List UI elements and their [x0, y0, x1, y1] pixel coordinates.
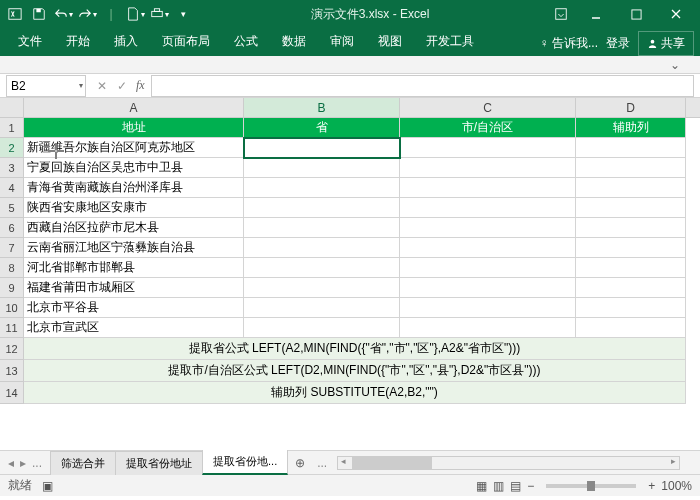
cell[interactable]	[400, 258, 576, 278]
cell[interactable]	[576, 278, 686, 298]
cell[interactable]	[400, 158, 576, 178]
cell[interactable]	[244, 318, 400, 338]
scroll-left-icon[interactable]: ◂	[341, 456, 346, 466]
formula-note-cell[interactable]: 辅助列 SUBSTITUTE(A2,B2,"")	[24, 382, 686, 404]
cell[interactable]	[576, 318, 686, 338]
col-header-D[interactable]: D	[576, 98, 686, 117]
view-pagebreak-icon[interactable]: ▤	[510, 479, 521, 493]
ribbon-options-icon[interactable]	[546, 0, 576, 28]
row-header[interactable]: 5	[0, 198, 23, 218]
minimize-icon[interactable]	[576, 0, 616, 28]
col-header-B[interactable]: B	[244, 98, 400, 117]
row-header[interactable]: 4	[0, 178, 23, 198]
cell[interactable]: 青海省黄南藏族自治州泽库县	[24, 178, 244, 198]
print-preview-icon[interactable]: ▾	[148, 3, 170, 25]
enter-formula-icon[interactable]: ✓	[114, 79, 130, 93]
cell[interactable]	[576, 218, 686, 238]
cell[interactable]	[576, 238, 686, 258]
scroll-right-icon[interactable]: ▸	[671, 456, 676, 466]
cell[interactable]	[576, 198, 686, 218]
tab-review[interactable]: 审阅	[318, 27, 366, 56]
cell[interactable]	[244, 258, 400, 278]
cell[interactable]	[576, 178, 686, 198]
cell[interactable]: 市/自治区	[400, 118, 576, 138]
select-all-corner[interactable]	[0, 98, 24, 118]
zoom-out-icon[interactable]: −	[527, 479, 534, 493]
tab-developer[interactable]: 开发工具	[414, 27, 486, 56]
name-box-dropdown-icon[interactable]: ▾	[79, 81, 83, 90]
cell[interactable]: 北京市平谷县	[24, 298, 244, 318]
row-header[interactable]: 3	[0, 158, 23, 178]
row-header[interactable]: 14	[0, 382, 23, 404]
cell[interactable]: 西藏自治区拉萨市尼木县	[24, 218, 244, 238]
add-sheet-icon[interactable]: ⊕	[287, 452, 313, 474]
excel-app-icon[interactable]	[4, 3, 26, 25]
view-pagelayout-icon[interactable]: ▥	[493, 479, 504, 493]
ribbon-collapse-icon[interactable]: ⌄	[670, 58, 680, 72]
undo-icon[interactable]: ▾	[52, 3, 74, 25]
row-header[interactable]: 2	[0, 138, 23, 158]
share-button[interactable]: 共享	[638, 31, 694, 56]
cell[interactable]: 省	[244, 118, 400, 138]
cancel-formula-icon[interactable]: ✕	[94, 79, 110, 93]
cell[interactable]	[244, 218, 400, 238]
tab-nav-first-icon[interactable]: ◂	[6, 456, 16, 470]
save-icon[interactable]	[28, 3, 50, 25]
cell[interactable]	[400, 178, 576, 198]
zoom-in-icon[interactable]: +	[648, 479, 655, 493]
cell[interactable]: 北京市宣武区	[24, 318, 244, 338]
tab-pagelayout[interactable]: 页面布局	[150, 27, 222, 56]
fx-icon[interactable]: fx	[136, 78, 145, 93]
zoom-slider[interactable]	[546, 484, 636, 488]
row-header[interactable]: 11	[0, 318, 23, 338]
cell[interactable]: 宁夏回族自治区吴忠市中卫县	[24, 158, 244, 178]
cell[interactable]	[400, 278, 576, 298]
cell[interactable]	[400, 198, 576, 218]
spreadsheet-grid[interactable]: ABCD 1234567891011121314 地址省市/自治区辅助列新疆维吾…	[0, 98, 700, 450]
tab-home[interactable]: 开始	[54, 27, 102, 56]
cell[interactable]: 新疆维吾尔族自治区阿克苏地区	[24, 138, 244, 158]
row-header[interactable]: 7	[0, 238, 23, 258]
row-header[interactable]: 8	[0, 258, 23, 278]
cell[interactable]	[244, 198, 400, 218]
redo-icon[interactable]: ▾	[76, 3, 98, 25]
cell[interactable]	[576, 258, 686, 278]
tab-file[interactable]: 文件	[6, 27, 54, 56]
cell[interactable]	[244, 298, 400, 318]
col-header-A[interactable]: A	[24, 98, 244, 117]
tab-view[interactable]: 视图	[366, 27, 414, 56]
login-link[interactable]: 登录	[606, 35, 630, 52]
cell[interactable]	[400, 318, 576, 338]
cell[interactable]	[576, 298, 686, 318]
tab-insert[interactable]: 插入	[102, 27, 150, 56]
col-header-C[interactable]: C	[400, 98, 576, 117]
cell[interactable]	[400, 218, 576, 238]
cell[interactable]	[244, 158, 400, 178]
cell[interactable]	[400, 238, 576, 258]
cell[interactable]	[576, 138, 686, 158]
cell[interactable]: 河北省邯郸市邯郸县	[24, 258, 244, 278]
row-header[interactable]: 6	[0, 218, 23, 238]
maximize-icon[interactable]	[616, 0, 656, 28]
cell[interactable]	[244, 278, 400, 298]
row-header[interactable]: 10	[0, 298, 23, 318]
zoom-thumb[interactable]	[587, 481, 595, 491]
cell[interactable]: 地址	[24, 118, 244, 138]
tab-data[interactable]: 数据	[270, 27, 318, 56]
formula-bar[interactable]	[151, 75, 694, 97]
tab-formulas[interactable]: 公式	[222, 27, 270, 56]
formula-note-cell[interactable]: 提取市/自治区公式 LEFT(D2,MIN(FIND({"市","区","县"}…	[24, 360, 686, 382]
cell[interactable]	[244, 138, 400, 158]
cell[interactable]	[400, 138, 576, 158]
qat-customize-icon[interactable]: ▾	[172, 3, 194, 25]
cell[interactable]	[400, 298, 576, 318]
close-icon[interactable]	[656, 0, 696, 28]
cell[interactable]	[244, 238, 400, 258]
cell[interactable]: 福建省莆田市城厢区	[24, 278, 244, 298]
row-header[interactable]: 12	[0, 338, 23, 360]
row-header[interactable]: 13	[0, 360, 23, 382]
row-header[interactable]: 9	[0, 278, 23, 298]
sheet-tab[interactable]: 提取省份地址	[115, 451, 203, 475]
scrollbar-thumb[interactable]	[352, 457, 432, 469]
zoom-level[interactable]: 100%	[661, 479, 692, 493]
